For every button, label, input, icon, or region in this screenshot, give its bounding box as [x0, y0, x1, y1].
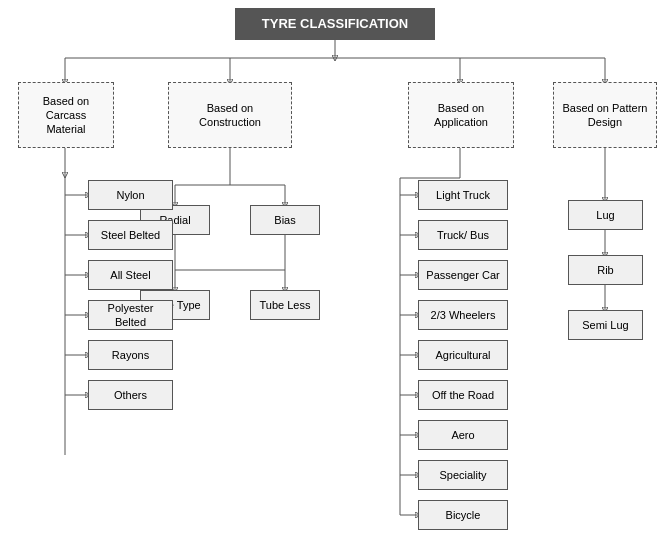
application-box: Based on Application	[408, 82, 514, 148]
off-road-box: Off the Road	[418, 380, 508, 410]
title-box: TYRE CLASSIFICATION	[235, 8, 435, 40]
construction-box: Based on Construction	[168, 82, 292, 148]
lug-box: Lug	[568, 200, 643, 230]
tyre-classification-diagram: TYRE CLASSIFICATION Based on Carcass Mat…	[0, 0, 670, 559]
semi-lug-box: Semi Lug	[568, 310, 643, 340]
all-steel-box: All Steel	[88, 260, 173, 290]
speciality-box: Speciality	[418, 460, 508, 490]
tube-less-box: Tube Less	[250, 290, 320, 320]
others-box: Others	[88, 380, 173, 410]
carcass-material-box: Based on Carcass Material	[18, 82, 114, 148]
wheelers-box: 2/3 Wheelers	[418, 300, 508, 330]
truck-bus-box: Truck/ Bus	[418, 220, 508, 250]
rib-box: Rib	[568, 255, 643, 285]
rayons-box: Rayons	[88, 340, 173, 370]
bias-box: Bias	[250, 205, 320, 235]
bicycle-box: Bicycle	[418, 500, 508, 530]
light-truck-box: Light Truck	[418, 180, 508, 210]
polyester-belted-box: Polyester Belted	[88, 300, 173, 330]
agricultural-box: Agricultural	[418, 340, 508, 370]
nylon-box: Nylon	[88, 180, 173, 210]
pattern-design-box: Based on Pattern Design	[553, 82, 657, 148]
aero-box: Aero	[418, 420, 508, 450]
steel-belted-box: Steel Belted	[88, 220, 173, 250]
passenger-car-box: Passenger Car	[418, 260, 508, 290]
